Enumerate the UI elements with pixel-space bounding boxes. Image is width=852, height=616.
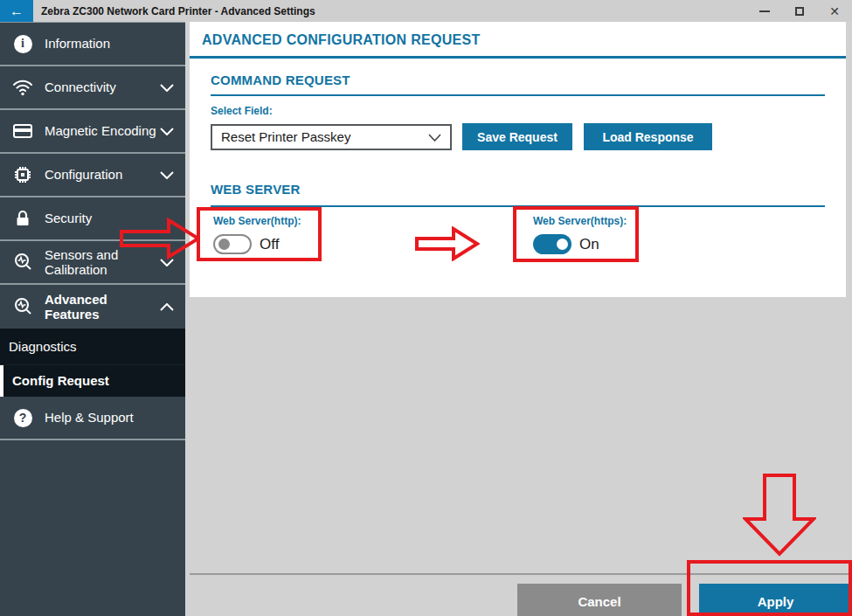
sidebar-item-information[interactable]: i Information [0,23,185,66]
back-arrow-icon: ← [10,3,24,19]
section-divider [211,94,825,96]
sidebar-item-label: Help & Support [45,410,134,425]
sidebar-item-label: Configuration [45,167,122,182]
sidebar-item-magnetic-encoding[interactable]: Magnetic Encoding [0,110,185,154]
web-server-toggles: Web Server(http): Off Web Server(https):… [211,207,825,270]
sidebar-item-security[interactable]: Security [0,197,185,241]
https-toggle-label: Web Server(https): [533,215,627,227]
command-request-section: COMMAND REQUEST Select Field: Reset Prin… [211,73,825,150]
select-field-dropdown[interactable]: Reset Printer Passkey [211,124,452,150]
maximize-icon [795,7,804,16]
sidebar-item-diagnostics[interactable]: Diagnostics [0,329,185,365]
minimize-icon [759,10,770,12]
window-title: Zebra ZC300 Network Card Printer - Advan… [41,5,315,17]
card-icon [12,121,33,142]
footer-divider [190,573,850,575]
toggle-knob [218,239,230,250]
sidebar-item-configuration[interactable]: Configuration [0,154,185,197]
help-icon: ? [12,407,33,428]
page-title: ADVANCED CONFIGURATION REQUEST [190,22,846,48]
http-toggle-switch[interactable] [213,234,252,254]
minimize-button[interactable] [747,0,782,22]
chevron-down-icon [428,129,441,145]
content-panel: ADVANCED CONFIGURATION REQUEST COMMAND R… [190,22,846,297]
web-server-heading: WEB SERVER [211,182,825,197]
page-title-divider [190,56,846,59]
sidebar-item-label: Connectivity [45,80,116,94]
chip-icon [12,164,33,185]
app-window: ← Zebra ZC300 Network Card Printer - Adv… [0,0,852,616]
cancel-button[interactable]: Cancel [517,584,682,616]
http-toggle-group: Web Server(http): Off [213,215,301,254]
toggle-knob [557,239,568,250]
command-request-heading: COMMAND REQUEST [211,73,825,87]
sidebar-item-label: Advanced Features [45,292,160,322]
dropdown-selected-value: Reset Printer Passkey [221,129,428,144]
web-server-section: WEB SERVER Web Server(http): Off Web Ser… [211,182,825,270]
https-toggle-group: Web Server(https): On [533,215,627,254]
http-toggle-state: Off [260,236,279,253]
sidebar-item-help-support[interactable]: ? Help & Support [0,397,185,440]
sidebar-item-sensors-calibration[interactable]: Sensors and Calibration [0,241,185,285]
close-icon: ✕ [829,4,840,18]
load-response-button[interactable]: Load Response [584,123,712,150]
http-toggle-label: Web Server(http): [213,215,301,227]
https-toggle-switch[interactable] [533,234,571,254]
sidebar-item-label: Magnetic Encoding [45,123,156,138]
command-controls-row: Reset Printer Passkey Save Request Load … [211,123,825,150]
sidebar-item-label: Information [45,36,110,51]
sidebar-item-label: Config Request [12,373,109,388]
sidebar-item-label: Diagnostics [9,339,77,354]
apply-button[interactable]: Apply [699,584,852,616]
sidebar-item-label: Sensors and Calibration [45,247,141,278]
sensor-magnifier-icon [12,252,33,273]
main-content: ADVANCED CONFIGURATION REQUEST COMMAND R… [190,22,852,616]
select-field-label: Select Field: [211,105,825,117]
sidebar-nav: i Information Connectivity Magnet [0,22,185,616]
sidebar-item-advanced-features[interactable]: Advanced Features [0,285,185,329]
chevron-down-icon [160,128,174,135]
save-request-button[interactable]: Save Request [462,123,572,150]
sidebar-item-connectivity[interactable]: Connectivity [0,66,185,110]
sidebar-item-config-request[interactable]: Config Request [0,365,185,397]
lock-icon [12,208,33,229]
title-bar: ← Zebra ZC300 Network Card Printer - Adv… [0,0,852,22]
wifi-icon [12,77,33,98]
chevron-up-icon [160,303,174,311]
back-button[interactable]: ← [0,0,33,22]
maximize-button[interactable] [782,0,817,22]
chevron-down-icon [160,171,174,179]
sidebar-item-label: Security [45,211,92,225]
https-toggle-state: On [579,236,599,253]
chevron-down-icon [160,84,174,92]
info-icon: i [12,33,33,54]
sensor-magnifier-icon [12,296,33,317]
chevron-down-icon [160,259,174,266]
close-button[interactable]: ✕ [817,0,852,22]
